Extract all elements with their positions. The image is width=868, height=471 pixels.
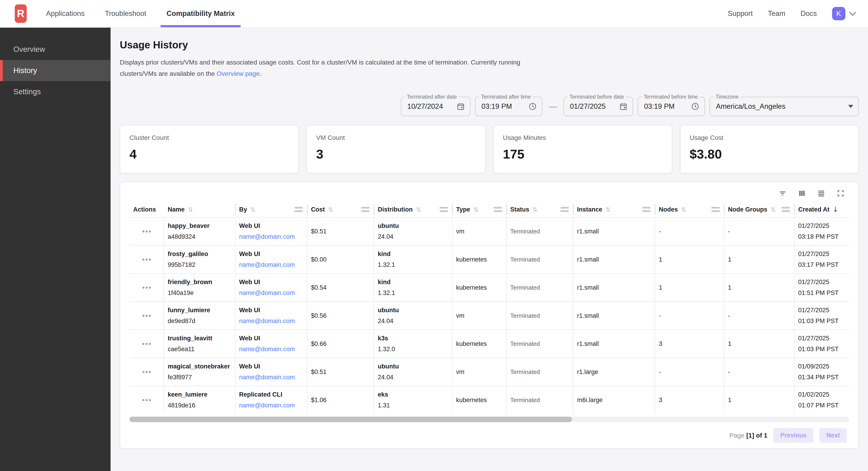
cell-instance: r1.small xyxy=(574,246,655,273)
sidebar-item-overview[interactable]: Overview xyxy=(0,39,111,60)
cell-instance: r1.small xyxy=(574,302,655,329)
column-header-nodes[interactable]: Nodes⇅ xyxy=(655,202,724,217)
email-link[interactable]: name@domain.com xyxy=(239,346,307,353)
docs-link[interactable]: Docs xyxy=(801,9,817,18)
clock-icon[interactable] xyxy=(528,102,537,111)
row-actions-button[interactable] xyxy=(129,330,164,358)
column-menu-icon[interactable] xyxy=(494,207,502,212)
cell-name: keen_lumiere4819de16 xyxy=(164,386,236,414)
fullscreen-icon[interactable] xyxy=(836,189,845,198)
sidebar-item-settings[interactable]: Settings xyxy=(0,81,111,102)
timezone-label: Timezone xyxy=(714,94,740,100)
calendar-icon[interactable] xyxy=(619,102,627,111)
row-actions-button[interactable] xyxy=(129,246,164,273)
sort-icon[interactable]: ⇅ xyxy=(606,206,611,213)
column-header-name[interactable]: Name⇅ xyxy=(164,202,236,217)
sort-desc-icon[interactable]: ↓ xyxy=(833,206,838,213)
cell-distribution: kind1.32.1 xyxy=(374,246,453,273)
cell-cost: $0.51 xyxy=(307,217,374,245)
cell-by: Web UIname@domain.com xyxy=(236,358,307,386)
page-description: Displays prior clusters/VMs and their as… xyxy=(120,57,553,79)
tab-troubleshoot[interactable]: Troubleshoot xyxy=(95,0,156,27)
column-header-status[interactable]: Status⇅ xyxy=(506,202,574,217)
sort-icon[interactable]: ⇅ xyxy=(328,206,333,213)
cell-created-at: 01/02/202501:07 PM PST xyxy=(795,386,849,414)
next-page-button[interactable]: Next xyxy=(819,428,847,443)
terminated-after-date-value: 10/27/2024 xyxy=(407,102,443,111)
terminated-before-date-value: 01/27/2025 xyxy=(570,102,606,111)
cell-instance: m6i.large xyxy=(574,386,655,414)
timezone-select[interactable]: Timezone America/Los_Angeles xyxy=(710,97,859,116)
sort-icon[interactable]: ⇅ xyxy=(533,206,538,213)
column-menu-icon[interactable] xyxy=(560,207,569,212)
overview-page-link[interactable]: Overview page xyxy=(217,70,259,77)
column-header-instance[interactable]: Instance⇅ xyxy=(574,202,655,217)
email-link[interactable]: name@domain.com xyxy=(239,374,307,381)
column-menu-icon[interactable] xyxy=(294,207,303,212)
column-menu-icon[interactable] xyxy=(642,207,651,212)
column-header-by[interactable]: By⇅ xyxy=(236,202,307,217)
cell-by: Replicated CLIname@domain.com xyxy=(236,386,307,414)
density-icon[interactable] xyxy=(817,189,826,198)
account-menu[interactable]: K xyxy=(832,7,855,20)
terminated-after-date-field[interactable]: Terminated after date 10/27/2024 xyxy=(401,97,470,116)
column-header-cost[interactable]: Cost⇅ xyxy=(307,202,374,217)
sort-icon[interactable]: ⇅ xyxy=(416,206,421,213)
row-actions-button[interactable] xyxy=(129,358,164,386)
column-header-actions: Actions xyxy=(129,202,164,217)
terminated-before-date-field[interactable]: Terminated before date 01/27/2025 xyxy=(563,97,633,116)
cell-type: kubernetes xyxy=(453,386,506,414)
cell-name: happy_beavera48d9324 xyxy=(164,217,236,245)
cell-status: Terminated xyxy=(506,246,574,273)
column-menu-icon[interactable] xyxy=(439,207,448,212)
sort-icon[interactable]: ⇅ xyxy=(188,206,193,213)
sort-icon[interactable]: ⇅ xyxy=(681,206,686,213)
email-link[interactable]: name@domain.com xyxy=(239,318,307,325)
avatar[interactable]: K xyxy=(832,7,845,20)
tab-applications[interactable]: Applications xyxy=(36,0,95,27)
support-link[interactable]: Support xyxy=(728,9,753,18)
sort-icon[interactable]: ⇅ xyxy=(473,206,479,213)
column-header-distribution[interactable]: Distribution⇅ xyxy=(374,202,453,217)
row-actions-button[interactable] xyxy=(129,386,164,414)
email-link[interactable]: name@domain.com xyxy=(239,402,307,409)
email-link[interactable]: name@domain.com xyxy=(239,261,307,268)
sort-icon[interactable]: ⇅ xyxy=(771,206,776,213)
cell-by: Web UIname@domain.com xyxy=(236,330,307,358)
nav-tabs: Applications Troubleshoot Compatibility … xyxy=(36,0,245,27)
tab-compatibility-matrix[interactable]: Compatibility Matrix xyxy=(156,0,245,27)
cell-distribution: eks1.31 xyxy=(374,386,453,414)
terminated-after-time-field[interactable]: Terminated after time 03:19 PM xyxy=(475,97,542,116)
cell-distribution: ubuntu24.04 xyxy=(374,217,453,245)
column-menu-icon[interactable] xyxy=(711,207,720,212)
columns-icon[interactable] xyxy=(798,189,806,198)
column-menu-icon[interactable] xyxy=(782,207,790,212)
column-menu-icon[interactable] xyxy=(361,207,370,212)
calendar-icon[interactable] xyxy=(457,102,465,111)
filter-icon[interactable] xyxy=(778,189,787,198)
cell-by: Web UIname@domain.com xyxy=(236,302,307,329)
replicated-logo[interactable]: R xyxy=(15,4,27,23)
previous-page-button[interactable]: Previous xyxy=(773,428,813,443)
column-header-type[interactable]: Type⇅ xyxy=(453,202,506,217)
row-actions-button[interactable] xyxy=(129,274,164,301)
cell-instance: r1.large xyxy=(574,358,655,386)
column-header-node-groups[interactable]: Node Groups⇅ xyxy=(724,202,795,217)
horizontal-scrollbar-thumb[interactable] xyxy=(129,417,572,422)
team-link[interactable]: Team xyxy=(768,9,785,18)
cell-by: Web UIname@domain.com xyxy=(236,217,307,245)
terminated-before-time-field[interactable]: Terminated before time 03:19 PM xyxy=(638,97,705,116)
stat-label: Usage Minutes xyxy=(503,134,662,142)
cell-node-groups: 1 xyxy=(724,386,795,414)
horizontal-scrollbar[interactable] xyxy=(129,417,849,422)
email-link[interactable]: name@domain.com xyxy=(239,233,307,240)
column-header-created-at[interactable]: Created At↓ xyxy=(795,202,849,217)
stat-label: VM Count xyxy=(316,134,476,142)
cell-nodes: - xyxy=(655,358,724,386)
clock-icon[interactable] xyxy=(691,102,700,111)
row-actions-button[interactable] xyxy=(129,217,164,245)
email-link[interactable]: name@domain.com xyxy=(239,289,307,297)
sort-icon[interactable]: ⇅ xyxy=(250,206,256,213)
sidebar-item-history[interactable]: History xyxy=(0,60,111,81)
row-actions-button[interactable] xyxy=(129,302,164,329)
